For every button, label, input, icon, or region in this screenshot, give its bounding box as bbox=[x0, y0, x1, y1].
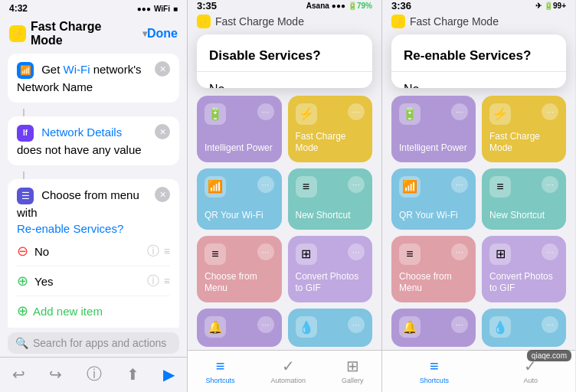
shortcut-title: ⚡ Fast Charge Mode ▾ bbox=[9, 20, 147, 47]
remove-wifi-block-button[interactable]: ✕ bbox=[155, 61, 170, 77]
card-icon: ≡ bbox=[399, 243, 421, 265]
shortcut-card-alarm-p3[interactable]: 🔔 ··· bbox=[391, 309, 476, 347]
nav-gallery[interactable]: ⊞ Gallery bbox=[342, 357, 364, 384]
card-label: QR Your Wi-Fi bbox=[205, 210, 274, 222]
add-item-row[interactable]: ⊕ Add new item bbox=[17, 296, 170, 325]
bottom-toolbar: ↩ ↪ ⓘ ⬆ ▶ bbox=[0, 357, 187, 392]
shortcut-bolt-icon: ⚡ bbox=[9, 25, 26, 42]
card-more-button[interactable]: ··· bbox=[451, 316, 468, 333]
remove-choose-block-button[interactable]: ✕ bbox=[155, 187, 170, 202]
shortcut-card-new-shortcut[interactable]: ≡ ··· New Shortcut bbox=[288, 168, 373, 230]
remove-if-block-button[interactable]: ✕ bbox=[155, 124, 170, 139]
shortcut-card-photos-gif[interactable]: ⊞ ··· Convert Photos to GIF bbox=[288, 236, 373, 302]
yes-info-icon[interactable]: ⓘ bbox=[147, 273, 159, 289]
yes-label: Yes bbox=[34, 275, 53, 288]
shortcut-card-drop[interactable]: 💧 ··· bbox=[288, 309, 373, 347]
toolbar-info-icon[interactable]: ⓘ bbox=[87, 364, 102, 384]
card-more-button[interactable]: ··· bbox=[348, 103, 365, 120]
toolbar-forward-icon[interactable]: ↪ bbox=[49, 365, 62, 384]
no-handle-icon[interactable]: ≡ bbox=[164, 245, 170, 257]
shortcuts-grid: 🔋 ··· Intelligent Power ⚡ ··· Fast Charg… bbox=[188, 96, 381, 302]
card-more-button[interactable]: ··· bbox=[542, 316, 558, 333]
phone-time-p3: 3:36 bbox=[391, 0, 411, 11]
shortcuts-nav-label-p3: Shortcuts bbox=[420, 377, 449, 384]
status-icons-right-p3: ✈ 🔋99+ bbox=[535, 2, 566, 10]
reenable-services-dialog: Re-enable Services? No Yes bbox=[391, 34, 566, 88]
card-label: Fast Charge Mode bbox=[489, 131, 558, 155]
no-label: No bbox=[34, 245, 49, 258]
shortcut-card-new-p3[interactable]: ≡ ··· New Shortcut bbox=[482, 168, 566, 230]
yes-handle-icon[interactable]: ≡ bbox=[164, 275, 170, 287]
card-icon: 🔔 bbox=[399, 316, 421, 338]
dialog-title: Disable Services? bbox=[197, 34, 372, 71]
card-label: Fast Charge Mode bbox=[296, 131, 365, 155]
battery-status-icon: ■ bbox=[173, 5, 178, 13]
status-icons-right: Asana ●●● 🔋79% bbox=[306, 2, 372, 10]
signal-icon: ●●● bbox=[137, 5, 151, 13]
card-icon: 🔋 bbox=[399, 103, 421, 125]
wifi-block-icon: 📶 bbox=[17, 62, 34, 79]
dialog-option-no-p3[interactable]: No bbox=[391, 71, 566, 88]
card-label: QR Your Wi-Fi bbox=[399, 210, 468, 222]
shortcuts-app-header-p3: ⚡ Fast Charge Mode bbox=[382, 11, 575, 34]
card-icon: 🔋 bbox=[205, 103, 226, 125]
battery-p3: 🔋99+ bbox=[544, 2, 566, 10]
yes-circle-icon: ⊕ bbox=[17, 273, 28, 289]
done-button[interactable]: Done bbox=[147, 27, 178, 41]
card-more-button[interactable]: ··· bbox=[348, 316, 365, 333]
shortcut-card-alarm[interactable]: 🔔 ··· bbox=[197, 309, 282, 347]
shortcut-card-choose-p3[interactable]: ≡ ··· Choose from Menu bbox=[391, 236, 476, 302]
card-more-button[interactable]: ··· bbox=[451, 243, 468, 260]
card-label: Intelligent Power bbox=[399, 142, 468, 155]
card-more-button[interactable]: ··· bbox=[451, 103, 468, 120]
card-more-button[interactable]: ··· bbox=[257, 176, 274, 193]
phone-status-bar-p3: 3:36 ✈ 🔋99+ bbox=[382, 0, 575, 11]
shortcut-card-choose-menu[interactable]: ≡ ··· Choose from Menu bbox=[197, 236, 282, 302]
airplane-icon: ✈ bbox=[535, 2, 542, 10]
bottom-card-row: 🔔 ··· 💧 ··· bbox=[188, 302, 381, 350]
wifi-status-icon: WiFi bbox=[154, 5, 170, 13]
card-more-button[interactable]: ··· bbox=[542, 103, 558, 120]
search-bar[interactable]: 🔍 Search for apps and actions bbox=[8, 332, 179, 354]
card-more-button[interactable]: ··· bbox=[542, 176, 558, 193]
gallery-nav-label: Gallery bbox=[342, 377, 364, 384]
toolbar-share-icon[interactable]: ⬆ bbox=[126, 365, 139, 384]
card-more-button[interactable]: ··· bbox=[257, 103, 274, 120]
nav-automation[interactable]: ✓ Automation bbox=[270, 357, 306, 384]
signal-bars-icon: ●●● bbox=[332, 2, 345, 10]
get-wifi-block: 📶 Get Wi-Fi network'sNetwork Name ✕ bbox=[8, 54, 179, 103]
card-icon: ⚡ bbox=[296, 103, 317, 125]
card-more-button[interactable]: ··· bbox=[542, 243, 558, 260]
status-bar: 4:32 ●●● WiFi ■ bbox=[0, 0, 187, 17]
card-icon: 📶 bbox=[399, 176, 421, 198]
card-more-button[interactable]: ··· bbox=[348, 243, 365, 260]
no-info-icon[interactable]: ⓘ bbox=[147, 243, 159, 260]
toolbar-back-icon[interactable]: ↩ bbox=[12, 365, 25, 384]
shortcut-card-qr-wifi[interactable]: 📶 ··· QR Your Wi-Fi bbox=[197, 168, 282, 230]
search-input[interactable]: Search for apps and actions bbox=[33, 337, 166, 349]
card-more-button[interactable]: ··· bbox=[348, 176, 365, 193]
card-more-button[interactable]: ··· bbox=[257, 316, 274, 333]
card-label: Choose from Menu bbox=[399, 271, 468, 295]
toolbar-play-icon[interactable]: ▶ bbox=[163, 365, 175, 384]
shortcut-card-gif-p3[interactable]: ⊞ ··· Convert Photos to GIF bbox=[482, 236, 566, 302]
shortcut-card-fast-p3[interactable]: ⚡ ··· Fast Charge Mode bbox=[482, 96, 566, 162]
bottom-nav: ≡ Shortcuts ✓ Automation ⊞ Gallery bbox=[188, 350, 381, 392]
nav-shortcuts[interactable]: ≡ Shortcuts bbox=[205, 358, 234, 384]
shortcut-card-drop-p3[interactable]: 💧 ··· bbox=[482, 309, 566, 347]
no-item-icons: ⓘ ≡ bbox=[147, 243, 170, 260]
dialog-option-no[interactable]: No bbox=[197, 71, 372, 88]
phone-status-bar: 3:35 Asana ●●● 🔋79% bbox=[188, 0, 381, 11]
shortcut-card-fast-charge[interactable]: ⚡ ··· Fast Charge Mode bbox=[288, 96, 373, 162]
card-more-button[interactable]: ··· bbox=[451, 176, 468, 193]
shortcut-card-qr-p3[interactable]: 📶 ··· QR Your Wi-Fi bbox=[391, 168, 476, 230]
automation-nav-label: Automation bbox=[270, 377, 306, 384]
no-circle-icon: ⊖ bbox=[17, 243, 28, 260]
shortcut-card-intelligent-power[interactable]: 🔋 ··· Intelligent Power bbox=[197, 96, 282, 162]
connector bbox=[23, 172, 25, 179]
card-label: Convert Photos to GIF bbox=[296, 271, 365, 295]
shortcut-card-intelligent-p3[interactable]: 🔋 ··· Intelligent Power bbox=[391, 96, 476, 162]
nav-shortcuts-p3[interactable]: ≡ Shortcuts bbox=[420, 358, 449, 384]
yes-item-icons: ⓘ ≡ bbox=[147, 273, 170, 289]
card-more-button[interactable]: ··· bbox=[257, 243, 274, 260]
